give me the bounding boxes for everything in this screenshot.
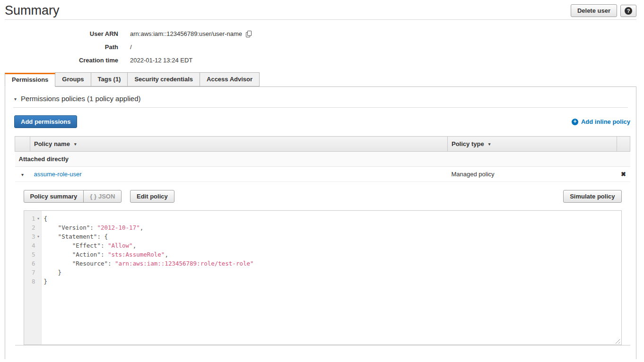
creation-time-value: 2022-01-12 13:24 EDT xyxy=(130,56,192,65)
policy-type-cell: Managed policy xyxy=(448,167,617,182)
tab-groups[interactable]: Groups xyxy=(55,72,91,86)
row-expander-icon[interactable]: ▾ xyxy=(21,172,24,177)
plain-token: , xyxy=(140,224,144,231)
json-view-button[interactable]: { }JSON xyxy=(83,190,122,203)
policy-view-segmented-control: Policy summary { }JSON xyxy=(24,190,122,203)
tab-access-advisor[interactable]: Access Advisor xyxy=(200,72,260,86)
fold-spacer xyxy=(35,268,42,277)
editor-resize-handle[interactable] xyxy=(614,337,620,344)
policy-name-column-header[interactable]: Policy name▾ xyxy=(30,137,448,152)
actions-column-header xyxy=(617,137,630,152)
plain-token: , xyxy=(165,251,168,258)
plain-token: "Effect": xyxy=(44,242,108,249)
page-header: Summary Delete user ? xyxy=(5,0,636,20)
expanded-policy-detail-row: Policy summary { }JSON Edit policy Simul… xyxy=(15,182,630,345)
user-arn-value: arn:aws:iam::123456789:user/user-name xyxy=(130,29,242,38)
tab-bar: Permissions Groups Tags (1) Security cre… xyxy=(5,72,636,86)
add-permissions-button[interactable]: Add permissions xyxy=(14,115,77,128)
code-line: "Action": "sts:AssumeRole", xyxy=(42,250,168,259)
header-actions: Delete user ? xyxy=(571,4,636,17)
path-value: / xyxy=(130,43,132,52)
policy-json-editor[interactable]: 1▾{2 "Version": "2012-10-17",3▾ "Stateme… xyxy=(24,210,622,345)
policy-detail-toolbar: Policy summary { }JSON Edit policy Simul… xyxy=(24,190,622,203)
policy-type-column-header[interactable]: Policy type▾ xyxy=(448,137,617,152)
string-token: "2012-10-17" xyxy=(97,224,139,231)
user-details: User ARN arn:aws:iam::123456789:user/use… xyxy=(0,29,644,65)
detail-row-creation-time: Creation time 2022-01-12 13:24 EDT xyxy=(0,56,644,65)
policy-name-header-label: Policy name xyxy=(34,140,70,147)
policy-summary-button[interactable]: Policy summary xyxy=(24,190,84,203)
editor-line: 2 "Version": "2012-10-17", xyxy=(24,223,621,232)
add-inline-policy-label: Add inline policy xyxy=(581,118,630,125)
edit-policy-button[interactable]: Edit policy xyxy=(130,190,174,203)
line-number: 5 xyxy=(24,250,35,259)
editor-line: 3▾ "Statement": { xyxy=(24,232,621,241)
editor-lines: 1▾{2 "Version": "2012-10-17",3▾ "Stateme… xyxy=(24,211,621,286)
sort-caret-icon: ▾ xyxy=(74,142,77,147)
code-line: "Effect": "Allow", xyxy=(42,241,137,250)
plain-token: "Version": xyxy=(44,224,97,231)
attached-directly-group-row: Attached directly xyxy=(15,152,630,167)
code-line: "Statement": { xyxy=(42,232,108,241)
tab-security-credentials[interactable]: Security credentials xyxy=(127,72,200,86)
json-button-label: JSON xyxy=(98,193,115,200)
fold-spacer xyxy=(35,277,42,286)
string-token: "arn:aws:iam::123456789:role/test-role" xyxy=(115,260,254,267)
policy-name-cell: assume-role-user xyxy=(30,167,448,182)
plain-token: "Action": xyxy=(44,251,108,258)
path-label: Path xyxy=(0,43,118,52)
simulate-policy-button[interactable]: Simulate policy xyxy=(563,190,621,203)
policy-type-header-label: Policy type xyxy=(452,140,484,147)
attached-directly-label: Attached directly xyxy=(15,152,630,167)
expander-column-header xyxy=(15,137,30,152)
line-number: 2 xyxy=(24,223,35,232)
policy-view-buttons: Policy summary { }JSON Edit policy xyxy=(24,190,174,203)
permissions-toolbar: Add permissions + Add inline policy xyxy=(14,115,630,128)
fold-spacer xyxy=(35,241,42,250)
detail-row-path: Path / xyxy=(0,43,644,52)
add-inline-policy-link[interactable]: + Add inline policy xyxy=(572,118,630,125)
delete-user-button[interactable]: Delete user xyxy=(571,4,617,17)
string-token: "Allow" xyxy=(108,242,133,249)
policy-table-header-row: Policy name▾ Policy type▾ xyxy=(15,137,630,152)
fold-caret-icon[interactable]: ▾ xyxy=(35,214,42,223)
copy-icon-front xyxy=(247,31,252,36)
editor-line: 4 "Effect": "Allow", xyxy=(24,241,621,250)
code-line: "Resource": "arn:aws:iam::123456789:role… xyxy=(42,259,254,268)
plain-token: { xyxy=(44,215,48,222)
permissions-policies-section-toggle[interactable]: ▾Permissions policies (1 policy applied) xyxy=(5,87,636,107)
line-number: 1 xyxy=(24,214,35,223)
editor-line: 8} xyxy=(24,277,621,286)
editor-line: 5 "Action": "sts:AssumeRole", xyxy=(24,250,621,259)
help-button[interactable]: ? xyxy=(620,5,636,17)
tab-tags[interactable]: Tags (1) xyxy=(91,72,128,86)
plus-circle-icon: + xyxy=(572,119,578,125)
plain-token: } xyxy=(44,269,62,276)
editor-line: 6 "Resource": "arn:aws:iam::123456789:ro… xyxy=(24,259,621,268)
policy-name-link[interactable]: assume-role-user xyxy=(34,171,82,178)
remove-policy-icon[interactable]: ✖ xyxy=(621,171,626,178)
plain-token: } xyxy=(44,278,48,285)
remove-cell: ✖ xyxy=(617,167,630,182)
editor-line: 1▾{ xyxy=(24,214,621,223)
copy-icon[interactable] xyxy=(246,31,252,37)
tab-permissions[interactable]: Permissions xyxy=(5,73,55,87)
line-number: 4 xyxy=(24,241,35,250)
braces-icon: { } xyxy=(90,193,96,200)
expander-cell: ▾ xyxy=(15,167,30,182)
line-number: 7 xyxy=(24,268,35,277)
line-number: 6 xyxy=(24,259,35,268)
detail-row-user-arn: User ARN arn:aws:iam::123456789:user/use… xyxy=(0,29,644,38)
code-line: } xyxy=(42,268,62,277)
string-token: "sts:AssumeRole" xyxy=(108,251,165,258)
code-line: { xyxy=(42,214,48,223)
permissions-policies-heading: Permissions policies (1 policy applied) xyxy=(21,95,140,103)
page-title: Summary xyxy=(5,4,636,17)
fold-caret-icon[interactable]: ▾ xyxy=(35,232,42,241)
plain-token: "Statement": { xyxy=(44,233,108,240)
fold-spacer xyxy=(35,223,42,232)
section-divider xyxy=(13,107,628,108)
fold-spacer xyxy=(35,250,42,259)
line-number: 8 xyxy=(24,277,35,286)
permissions-panel: ▾Permissions policies (1 policy applied)… xyxy=(5,86,636,359)
